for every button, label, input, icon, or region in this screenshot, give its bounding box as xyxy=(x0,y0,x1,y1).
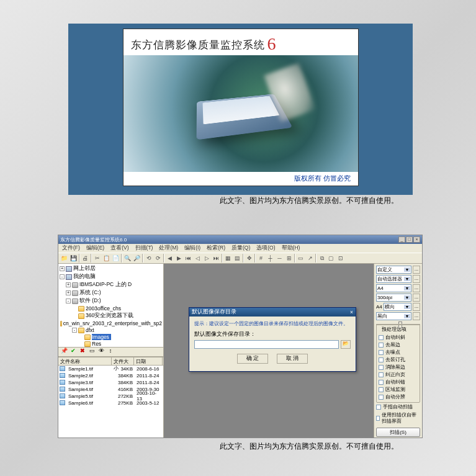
check-icon[interactable]: ✔ xyxy=(69,348,78,356)
pin-icon[interactable]: 📌 xyxy=(60,348,68,356)
setting-select[interactable]: A4▼ xyxy=(376,284,411,292)
preprocess-option[interactable]: 自动分辨 xyxy=(379,393,418,400)
toolbar-button[interactable]: ⊡ xyxy=(336,254,345,263)
toolbar-button[interactable]: ▤ xyxy=(233,254,242,263)
checkbox[interactable] xyxy=(379,335,384,340)
checkbox[interactable] xyxy=(379,395,384,400)
eye-icon[interactable]: 👁 xyxy=(97,348,106,356)
checkbox[interactable] xyxy=(379,387,384,392)
tree-toggle[interactable]: - xyxy=(72,328,77,333)
extra-option[interactable]: 使用扫描仪自带扫描界面 xyxy=(376,412,420,424)
maximize-button[interactable]: □ xyxy=(406,236,413,243)
scan-button[interactable]: 扫描(S) xyxy=(376,428,420,437)
column-header[interactable]: 文件名称 xyxy=(58,357,112,365)
menu-item[interactable]: 选项(O) xyxy=(254,245,277,252)
tree-toggle[interactable]: - xyxy=(66,299,71,303)
ellipsis-button[interactable]: ... xyxy=(413,294,420,302)
toolbar-button[interactable]: 🔎 xyxy=(132,254,141,263)
sort-icon[interactable]: ↕ xyxy=(106,348,115,356)
delete-icon[interactable]: ✖ xyxy=(78,348,87,356)
toolbar-button[interactable]: ▭ xyxy=(296,254,305,263)
toolbar-button[interactable]: ⏭ xyxy=(212,254,221,263)
menu-item[interactable]: 编辑(E) xyxy=(84,245,107,252)
toolbar-button[interactable]: ▶ xyxy=(174,254,184,263)
file-row[interactable]: Sample3.tif384KB2011-8-24 xyxy=(58,379,163,386)
ellipsis-button[interactable]: ... xyxy=(413,312,420,320)
tree-toggle[interactable]: + xyxy=(60,266,65,271)
checkbox[interactable] xyxy=(376,405,381,410)
ellipsis-button[interactable]: ... xyxy=(413,284,420,292)
toolbar-button[interactable]: ─ xyxy=(275,254,284,263)
checkbox[interactable] xyxy=(376,416,380,421)
menu-item[interactable]: 处理(M) xyxy=(156,245,181,252)
preprocess-option[interactable]: 自动纠斜 xyxy=(379,334,418,341)
toolbar-button[interactable]: # xyxy=(256,254,266,263)
file-row[interactable]: Sample2.tif384KB2011-8-24 xyxy=(58,372,163,379)
toolbar-button[interactable]: ⧉ xyxy=(317,254,326,263)
toolbar-button[interactable]: ⏮ xyxy=(184,254,193,263)
setting-select[interactable]: 横向▼ xyxy=(384,303,411,311)
cancel-button[interactable]: 取 消 xyxy=(277,354,308,364)
checkbox[interactable] xyxy=(379,372,384,377)
toolbar-button[interactable]: 📄 xyxy=(111,254,120,263)
minimize-button[interactable]: _ xyxy=(398,236,405,243)
toolbar-button[interactable]: ◀ xyxy=(165,254,174,263)
preprocess-option[interactable]: 区域监测 xyxy=(379,386,418,393)
preprocess-option[interactable]: 消除黑边 xyxy=(379,364,418,370)
dialog-close-icon[interactable]: × xyxy=(350,309,353,315)
tree-toggle[interactable]: - xyxy=(60,274,65,279)
setting-select[interactable]: 自动选择器▼ xyxy=(376,275,411,283)
checkbox[interactable] xyxy=(379,357,384,362)
tree-item[interactable]: Images xyxy=(60,334,162,341)
toolbar-button[interactable]: ⊞ xyxy=(284,254,294,263)
ellipsis-button[interactable]: ... xyxy=(413,303,420,311)
tree-item[interactable]: +IBMSADIP-PC 上的 D xyxy=(60,281,162,289)
toolbar-button[interactable]: ⟲ xyxy=(144,254,153,263)
menu-item[interactable]: 帮助(H) xyxy=(279,245,303,252)
preprocess-option[interactable]: 去黑边 xyxy=(379,341,418,348)
toolbar-button[interactable]: 🔍 xyxy=(123,254,132,263)
preprocess-option[interactable]: 去装订孔 xyxy=(379,356,418,363)
toolbar-button[interactable]: ↗ xyxy=(305,254,315,263)
checkbox[interactable] xyxy=(379,365,384,370)
ok-button[interactable]: 确 定 xyxy=(237,354,268,364)
toolbar-button[interactable]: 📁 xyxy=(60,254,69,263)
file-row[interactable]: Sample6.tif275KB2003-5-12 xyxy=(58,400,163,406)
column-header[interactable]: 日期 xyxy=(134,357,163,365)
tree-toggle[interactable]: + xyxy=(66,290,71,295)
tree-item[interactable]: -dfxt xyxy=(60,327,162,334)
tree-item[interactable]: -我的电脑 xyxy=(60,273,162,281)
toolbar-button[interactable]: 🖨 xyxy=(81,254,90,263)
tree-item[interactable]: cn_win_srv_2003_r2_enterprise_with_sp2 xyxy=(60,320,162,327)
browse-button[interactable]: 📂 xyxy=(341,340,351,349)
menu-item[interactable]: 查看(V) xyxy=(108,245,131,252)
menu-item[interactable]: 扫描(T) xyxy=(133,245,156,252)
preprocess-option[interactable]: 纠正白页 xyxy=(379,371,418,378)
ellipsis-button[interactable]: ... xyxy=(413,275,420,283)
tree-item[interactable]: 360安全浏览器下载 xyxy=(60,312,162,320)
file-list[interactable]: 文件名称文件大小日期 Sample1.tif34KB2008-6-16Sampl… xyxy=(58,357,163,438)
extra-option[interactable]: 手指自动扫描 xyxy=(376,404,420,410)
tree-toggle[interactable]: + xyxy=(66,282,71,287)
toolbar-button[interactable]: ⟳ xyxy=(153,254,163,263)
toolbar-button[interactable]: 💾 xyxy=(69,254,78,263)
file-row[interactable]: Sample1.tif34KB2008-6-16 xyxy=(58,366,163,372)
close-button[interactable]: × xyxy=(413,236,420,243)
toolbar-button[interactable]: ◁ xyxy=(193,254,202,263)
tree-item[interactable]: -软件 (D:) xyxy=(60,297,162,305)
tree-item[interactable]: Res xyxy=(60,341,162,347)
toolbar-button[interactable]: ✥ xyxy=(245,254,254,263)
preprocess-option[interactable]: 自动纠错 xyxy=(379,379,418,385)
menu-item[interactable]: 文件(F) xyxy=(60,245,83,252)
toolbar-button[interactable]: ▷ xyxy=(202,254,212,263)
setting-select[interactable]: 300dpi▼ xyxy=(376,294,411,302)
tree-item[interactable]: +系统 (C:) xyxy=(60,289,162,297)
save-path-input[interactable] xyxy=(194,340,339,349)
checkbox[interactable] xyxy=(379,380,384,385)
ellipsis-button[interactable]: ... xyxy=(413,266,420,274)
toolbar-button[interactable]: 📋 xyxy=(102,254,111,263)
column-header[interactable]: 文件大小 xyxy=(112,357,134,365)
menu-item[interactable]: 质量(Q) xyxy=(229,245,253,252)
file-row[interactable]: Sample5.tif272KB2003-10-13 xyxy=(58,393,163,400)
setting-select[interactable]: 黑白▼ xyxy=(376,312,411,320)
